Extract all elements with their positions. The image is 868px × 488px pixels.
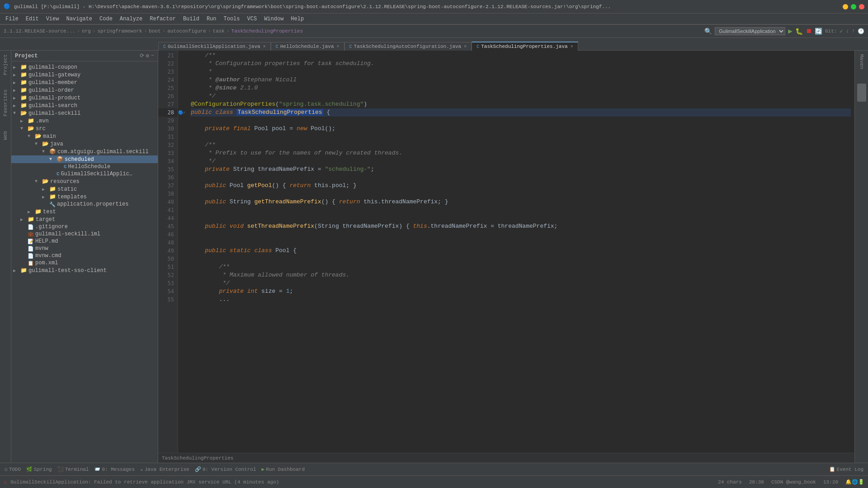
- tree-item-pom[interactable]: 📋 pom.xml: [11, 259, 158, 267]
- tree-item-main[interactable]: ▼ 📂 main: [11, 132, 158, 140]
- run-config-select[interactable]: GulimallSeckillApplication: [715, 27, 785, 35]
- breadcrumb-item-2[interactable]: springframework: [97, 28, 142, 34]
- git-history-icon[interactable]: 🕐: [858, 28, 864, 35]
- tree-item-scheduled[interactable]: ▼ 📦 scheduled: [11, 155, 158, 163]
- menu-view[interactable]: View: [42, 15, 63, 23]
- tree-item-order[interactable]: ▶ 📁 gulimall-order: [11, 86, 158, 94]
- breadcrumb-item-3[interactable]: boot: [149, 28, 160, 34]
- tree-item-package[interactable]: ▼ 📦 com.atguigu.gulimall.seckill: [11, 148, 158, 155]
- collapse-icon[interactable]: −: [151, 52, 154, 59]
- bottom-tabs-bar: ☑ TODO 🌿 Spring ⬛ Terminal 📨 0: Messages…: [0, 463, 868, 475]
- menu-help[interactable]: Help: [287, 15, 307, 23]
- min-button[interactable]: [843, 4, 848, 9]
- tab-close-1[interactable]: ×: [337, 44, 340, 49]
- app-icon: 🔵: [4, 3, 10, 10]
- settings-icon[interactable]: ⚙: [146, 52, 149, 59]
- tab-close-3[interactable]: ×: [571, 44, 573, 49]
- tab-gulimall-seckill-app[interactable]: C GulimallSeckillApplication.java ×: [158, 42, 271, 51]
- code-line-37: public Pool getPool() { return this.pool…: [191, 182, 851, 190]
- breadcrumb-item-0[interactable]: 2.1.12.RELEASE-source...: [4, 28, 75, 34]
- project-tab-vertical[interactable]: Project: [3, 54, 8, 75]
- favorites-tab-vertical[interactable]: Favorites: [3, 89, 8, 116]
- tab-task-scheduling-auto[interactable]: C TaskSchedulingAutoConfiguration.java ×: [344, 42, 472, 51]
- tree-item-mvnw-cmd[interactable]: 📄 mvnw.cmd: [11, 252, 158, 259]
- search-icon[interactable]: 🔍: [704, 28, 712, 35]
- tree-item-mvn[interactable]: ▶ 📁 .mvn: [11, 117, 158, 125]
- tab-version-control[interactable]: 🔗 9: Version Control: [192, 465, 259, 473]
- debug-button[interactable]: 🐛: [795, 28, 803, 35]
- tree-item-iml[interactable]: 💼 gulimall-seckill.iml: [11, 230, 158, 238]
- event-log-label: Event Log: [837, 467, 863, 472]
- tree-item-java[interactable]: ▼ 📂 java: [11, 140, 158, 148]
- git-push-icon[interactable]: ↑: [852, 28, 855, 34]
- tree-item-test[interactable]: ▶ 📁 test: [11, 208, 158, 216]
- menu-refactor[interactable]: Refactor: [146, 15, 179, 23]
- menu-build[interactable]: Build: [179, 15, 203, 23]
- error-icon: ⚠: [4, 479, 7, 485]
- tree-item-seckill[interactable]: ▼ 📂 gulimall-seckill: [11, 109, 158, 117]
- tab-hello-schedule[interactable]: C HelloSchedule.java ×: [271, 42, 344, 51]
- close-button[interactable]: [859, 4, 864, 9]
- tree-item-mvnw[interactable]: 📄 mvnw: [11, 245, 158, 252]
- breadcrumb-sep-3: ›: [163, 28, 166, 34]
- menu-vcs[interactable]: VCS: [244, 15, 261, 23]
- tree-item-sso[interactable]: ▶ 📁 gulimall-test-sso-client: [11, 267, 158, 274]
- web-tab-vertical[interactable]: Web: [3, 131, 8, 140]
- tree-item-app-props[interactable]: 🔧 application.properties: [11, 201, 158, 208]
- tab-close-0[interactable]: ×: [263, 44, 266, 49]
- scroll-indicator[interactable]: [857, 84, 866, 102]
- code-editor[interactable]: 21 22 23 24 25 26 27 28 29 30 31 32 33 3…: [158, 51, 854, 463]
- tree-item-src[interactable]: ▼ 📂 src: [11, 125, 158, 132]
- breadcrumb-item-5[interactable]: task: [213, 28, 225, 34]
- tree-item-hello-schedule[interactable]: C HelloSchedule: [11, 163, 158, 170]
- time-display: 13:20: [823, 479, 838, 485]
- breadcrumb-item-1[interactable]: org: [82, 28, 91, 34]
- tree-item-search[interactable]: ▶ 📁 gulimall-search: [11, 102, 158, 109]
- char-count: 24 chars: [718, 479, 742, 485]
- tree-item-resources[interactable]: ▼ 📂 resources: [11, 178, 158, 185]
- menu-code[interactable]: Code: [96, 15, 116, 23]
- tree-item-member[interactable]: ▶ 📁 gulimall-member: [11, 79, 158, 86]
- sync-icon[interactable]: ⟳: [140, 52, 144, 59]
- tree-item-gitignore[interactable]: 📄 .gitignore: [11, 223, 158, 230]
- gutter-icons: 🔵✓: [178, 51, 187, 453]
- menu-file[interactable]: File: [2, 15, 22, 23]
- menu-tools[interactable]: Tools: [220, 15, 244, 23]
- menu-navigate[interactable]: Navigate: [62, 15, 96, 23]
- breadcrumb-item-4[interactable]: autoconfigure: [167, 28, 206, 34]
- tab-event-log[interactable]: 📋 Event Log: [826, 465, 866, 473]
- run-button[interactable]: ▶: [788, 27, 793, 36]
- max-button[interactable]: [851, 4, 856, 9]
- tree-item-static[interactable]: ▶ 📁 static: [11, 185, 158, 193]
- tab-task-scheduling-props[interactable]: C TaskSchedulingProperties.java ×: [472, 42, 578, 51]
- menu-analyze[interactable]: Analyze: [116, 15, 146, 23]
- git-check-icon[interactable]: ✓: [840, 28, 843, 35]
- code-line-40: public String getThreadNamePrefix() { re…: [191, 198, 851, 206]
- menu-window[interactable]: Window: [260, 15, 287, 23]
- breadcrumb-sep-2: ›: [144, 28, 147, 34]
- tree-item-help[interactable]: 📝 HELP.md: [11, 238, 158, 245]
- tab-spring[interactable]: 🌿 Spring: [24, 465, 55, 473]
- tree-item-target[interactable]: ▶ 📁 target: [11, 216, 158, 223]
- tab-todo[interactable]: ☑ TODO: [2, 465, 24, 473]
- tab-run-dashboard[interactable]: ▶ Run Dashboard: [259, 465, 307, 473]
- tree-item-seckill-app[interactable]: C GulimallSeckillApplication: [11, 170, 158, 178]
- breadcrumb-item-6[interactable]: TaskSchedulingProperties: [231, 28, 303, 34]
- tree-item-product[interactable]: ▶ 📁 gulimall-product: [11, 94, 158, 102]
- menu-edit[interactable]: Edit: [22, 15, 42, 23]
- tree-item-coupon[interactable]: ▶ 📁 gulimall-coupon: [11, 63, 158, 71]
- version-control-label: 9: Version Control: [203, 467, 256, 472]
- line-numbers: 21 22 23 24 25 26 27 28 29 30 31 32 33 3…: [158, 51, 178, 453]
- reload-button[interactable]: 🔄: [815, 28, 822, 35]
- menu-run[interactable]: Run: [203, 15, 220, 23]
- code-line-22: * Configuration properties for task sche…: [191, 60, 851, 68]
- tree-item-templates[interactable]: ▶ 📁 templates: [11, 193, 158, 201]
- tab-terminal[interactable]: ⬛ Terminal: [55, 465, 92, 473]
- tab-java-enterprise[interactable]: ☕ Java Enterprise: [137, 465, 192, 473]
- stop-button[interactable]: ⏹: [806, 28, 812, 35]
- git-update-icon[interactable]: ↓: [846, 28, 849, 34]
- tab-messages[interactable]: 📨 0: Messages: [91, 465, 137, 473]
- tree-item-gateway[interactable]: ▶ 📁 gulimall-gateway: [11, 71, 158, 79]
- tab-close-2[interactable]: ×: [464, 44, 467, 49]
- maven-tab-vertical[interactable]: Maven: [859, 54, 864, 69]
